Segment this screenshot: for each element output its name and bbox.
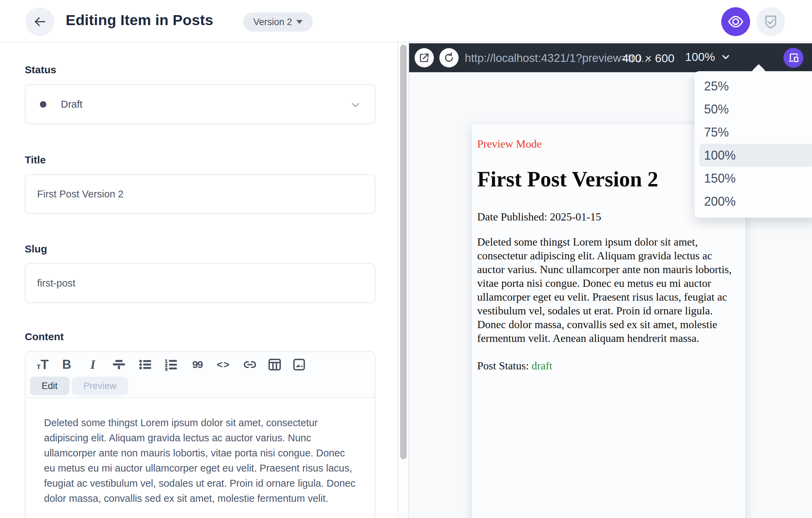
device-size-button[interactable] — [783, 48, 803, 68]
title-input[interactable] — [25, 174, 375, 214]
page-title: Editing Item in Posts — [66, 12, 213, 29]
title-label: Title — [25, 154, 46, 166]
preview-status-value: draft — [531, 359, 552, 372]
slug-input[interactable] — [25, 263, 375, 303]
zoom-option-50[interactable]: 50% — [699, 98, 812, 121]
italic-icon[interactable]: I — [83, 357, 102, 373]
tab-edit[interactable]: Edit — [30, 377, 69, 395]
content-textarea[interactable]: Deleted some thingst Lorem ipsum dolor s… — [25, 398, 375, 518]
app-header: Editing Item in Posts Version 2 — [0, 0, 812, 41]
responsive-devices-icon — [787, 52, 800, 64]
version-label: Version 2 — [253, 17, 292, 28]
zoom-option-200[interactable]: 200% — [699, 190, 812, 213]
link-icon[interactable] — [240, 357, 260, 373]
code-icon[interactable]: <> — [214, 357, 233, 373]
status-dot-icon — [40, 101, 46, 108]
viewport-size-label: 400 × 600 — [622, 52, 674, 65]
status-select[interactable]: Draft — [25, 84, 375, 124]
image-icon[interactable] — [289, 357, 309, 373]
caret-down-icon — [296, 20, 303, 24]
bullet-list-icon[interactable] — [135, 357, 155, 373]
slug-label: Slug — [25, 243, 47, 255]
eye-icon — [727, 13, 744, 30]
zoom-dropdown-menu: 25% 50% 75% 100% 150% 200% — [694, 71, 812, 218]
status-value: Draft — [61, 99, 83, 110]
preview-toolbar: http://localhost:4321/1?preview=tru... 4… — [409, 43, 812, 72]
preview-status-line: Post Status: draft — [477, 359, 740, 372]
zoom-value: 100% — [685, 50, 715, 64]
scrollbar-thumb[interactable] — [400, 45, 407, 459]
validate-button[interactable] — [756, 7, 785, 36]
editor-toolbar: тT B I 1 2 3 — [25, 352, 375, 377]
back-button[interactable] — [25, 7, 54, 36]
table-icon[interactable] — [265, 357, 284, 373]
preview-body-text: Deleted some thingst Lorem ipsum dolor s… — [477, 235, 740, 345]
external-link-icon — [418, 52, 430, 64]
shield-check-icon — [763, 14, 779, 30]
chevron-down-icon — [349, 99, 362, 111]
content-label: Content — [25, 331, 64, 343]
blockquote-icon[interactable]: 99 — [188, 357, 207, 373]
status-label: Status — [25, 64, 56, 76]
zoom-option-100[interactable]: 100% — [699, 144, 812, 167]
refresh-button[interactable] — [439, 48, 459, 67]
heading-icon[interactable]: тT — [33, 357, 52, 373]
editor-tab-row: Edit Preview — [30, 377, 128, 395]
preview-toggle-button[interactable] — [721, 7, 750, 36]
zoom-option-150[interactable]: 150% — [699, 167, 812, 190]
edit-form-panel: Status Draft Title Slug Content тT B I — [0, 41, 398, 518]
ordered-list-icon[interactable]: 1 2 3 — [161, 357, 180, 373]
arrow-left-icon — [32, 14, 47, 29]
chevron-down-icon — [721, 52, 731, 62]
zoom-option-25[interactable]: 25% — [699, 75, 812, 98]
zoom-option-75[interactable]: 75% — [699, 121, 812, 144]
zoom-dropdown-trigger[interactable]: 100% — [685, 50, 731, 64]
svg-text:3: 3 — [165, 367, 167, 371]
version-dropdown[interactable]: Version 2 — [243, 12, 313, 32]
tab-preview[interactable]: Preview — [72, 377, 128, 395]
strikethrough-icon[interactable] — [109, 357, 129, 373]
open-in-new-tab-button[interactable] — [415, 48, 434, 67]
content-editor: тT B I 1 2 3 — [25, 351, 375, 518]
bold-icon[interactable]: B — [57, 357, 76, 373]
refresh-icon — [443, 52, 455, 64]
